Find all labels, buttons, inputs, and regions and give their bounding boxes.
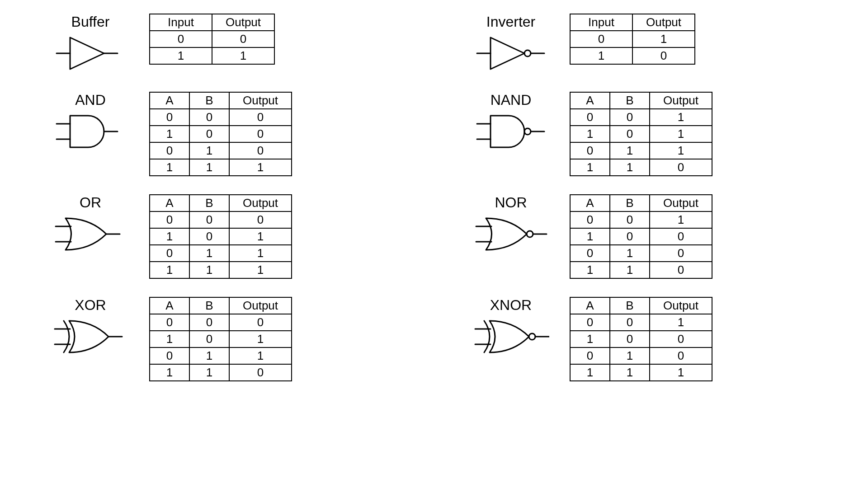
table-cell: 0 xyxy=(610,228,650,245)
table-header: Output xyxy=(650,195,712,211)
table-cell: 1 xyxy=(229,245,292,262)
table-cell: 1 xyxy=(229,347,292,364)
svg-point-3 xyxy=(524,50,531,56)
table-header: Input xyxy=(150,14,212,31)
nand-truth-table: ABOutput001101011110 xyxy=(570,92,712,176)
table-cell: 0 xyxy=(610,126,650,142)
table-row: 110 xyxy=(570,262,712,278)
table-row: 000 xyxy=(150,314,292,331)
buffer-gate-icon xyxy=(52,33,129,74)
table-header: B xyxy=(610,92,650,109)
table-cell: 0 xyxy=(650,347,712,364)
table-cell: 1 xyxy=(189,347,229,364)
table-cell: 1 xyxy=(650,364,712,381)
table-cell: 0 xyxy=(229,314,292,331)
table-cell: 0 xyxy=(570,245,610,262)
table-cell: 0 xyxy=(189,314,229,331)
table-cell: 0 xyxy=(229,211,292,228)
table-cell: 1 xyxy=(229,159,292,176)
table-cell: 1 xyxy=(229,331,292,347)
table-cell: 0 xyxy=(229,364,292,381)
table-cell: 1 xyxy=(610,364,650,381)
table-cell: 0 xyxy=(570,347,610,364)
table-cell: 0 xyxy=(229,126,292,142)
inverter-title: Inverter xyxy=(486,14,535,30)
table-cell: 0 xyxy=(650,159,712,176)
table-cell: 0 xyxy=(570,314,610,331)
nand-symbol-column: NAND xyxy=(466,92,556,152)
buffer-title: Buffer xyxy=(71,14,110,30)
nor-block: NOR ABOutput001100010110 xyxy=(466,194,823,279)
table-cell: 0 xyxy=(650,228,712,245)
table-row: 101 xyxy=(570,126,712,142)
table-row: 011 xyxy=(150,245,292,262)
buffer-symbol-column: Buffer xyxy=(45,14,136,74)
table-cell: 1 xyxy=(632,31,695,47)
table-cell: 1 xyxy=(212,47,274,64)
xnor-title: XNOR xyxy=(490,297,532,314)
table-cell: 1 xyxy=(229,262,292,278)
or-truth-table: ABOutput000101011111 xyxy=(149,194,292,279)
and-symbol-column: AND xyxy=(45,92,136,152)
buffer-block: Buffer InputOutput0011 xyxy=(45,14,402,74)
table-cell: 1 xyxy=(650,211,712,228)
inverter-block: Inverter InputOutput0110 xyxy=(466,14,823,74)
table-header-row: ABOutput xyxy=(570,92,712,109)
table-cell: 1 xyxy=(610,262,650,278)
table-cell: 0 xyxy=(212,31,274,47)
table-cell: 0 xyxy=(610,211,650,228)
table-cell: 1 xyxy=(610,159,650,176)
table-header: Output xyxy=(650,92,712,109)
nand-block: NAND ABOutput001101011110 xyxy=(466,92,823,176)
table-cell: 1 xyxy=(150,126,189,142)
nand-title: NAND xyxy=(491,92,532,108)
table-cell: 1 xyxy=(570,331,610,347)
table-row: 100 xyxy=(570,331,712,347)
table-cell: 1 xyxy=(189,159,229,176)
table-cell: 0 xyxy=(650,331,712,347)
table-row: 001 xyxy=(570,314,712,331)
logic-gates-grid: Buffer InputOutput0011 Inverter InputOut… xyxy=(45,14,823,381)
table-header: Output xyxy=(632,14,695,31)
or-block: OR ABOutput000101011111 xyxy=(45,194,402,279)
table-header: A xyxy=(150,92,189,109)
table-cell: 0 xyxy=(632,47,695,64)
table-row: 001 xyxy=(570,109,712,126)
table-cell: 1 xyxy=(650,126,712,142)
nor-symbol-column: NOR xyxy=(466,194,556,254)
table-cell: 1 xyxy=(570,228,610,245)
table-row: 100 xyxy=(150,126,292,142)
nor-truth-table: ABOutput001100010110 xyxy=(570,194,712,279)
table-header: Output xyxy=(212,14,274,31)
table-header-row: ABOutput xyxy=(150,92,292,109)
table-cell: 1 xyxy=(150,47,212,64)
table-header-row: ABOutput xyxy=(150,195,292,211)
table-cell: 1 xyxy=(189,245,229,262)
table-row: 000 xyxy=(150,109,292,126)
table-cell: 1 xyxy=(229,228,292,245)
xor-title: XOR xyxy=(75,297,106,314)
table-header: Output xyxy=(229,297,292,314)
table-row: 011 xyxy=(150,347,292,364)
table-header: A xyxy=(150,297,189,314)
table-cell: 1 xyxy=(650,109,712,126)
table-cell: 1 xyxy=(610,347,650,364)
table-cell: 1 xyxy=(650,142,712,159)
table-row: 111 xyxy=(150,262,292,278)
table-cell: 0 xyxy=(150,211,189,228)
xnor-truth-table: ABOutput001100010111 xyxy=(570,297,712,381)
table-header: A xyxy=(570,92,610,109)
nand-gate-icon xyxy=(472,111,549,152)
table-row: 111 xyxy=(570,364,712,381)
table-cell: 1 xyxy=(150,262,189,278)
table-cell: 1 xyxy=(610,245,650,262)
table-cell: 0 xyxy=(150,347,189,364)
table-cell: 0 xyxy=(570,109,610,126)
table-row: 01 xyxy=(570,31,695,47)
table-cell: 1 xyxy=(610,142,650,159)
nor-gate-icon xyxy=(472,214,549,254)
table-row: 101 xyxy=(150,228,292,245)
table-header: B xyxy=(189,297,229,314)
and-title: AND xyxy=(75,92,106,108)
xnor-symbol-column: XNOR xyxy=(466,297,556,357)
